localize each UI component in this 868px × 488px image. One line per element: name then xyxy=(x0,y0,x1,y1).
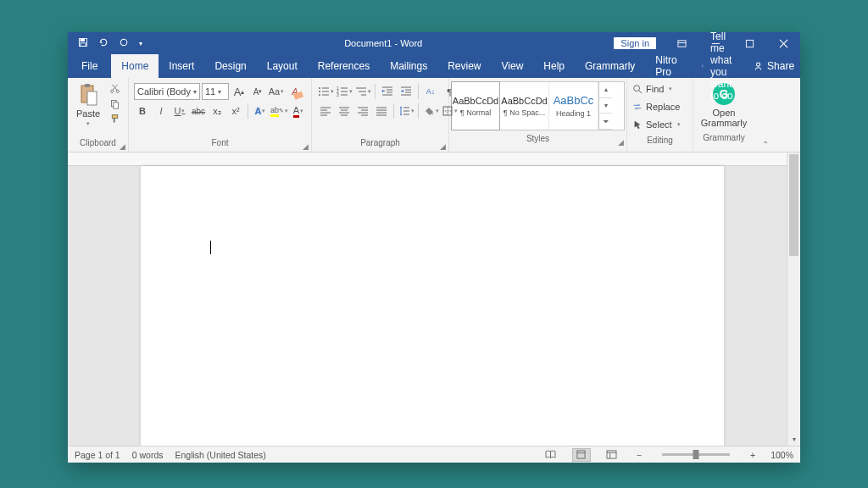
tab-review[interactable]: Review xyxy=(437,54,491,78)
vertical-scrollbar[interactable]: ▴ ▾ xyxy=(787,152,800,446)
style-nospacing[interactable]: AaBbCcDd ¶ No Spac... xyxy=(500,82,549,130)
styles-more-button[interactable]: ▴▾⏷ xyxy=(598,82,612,130)
svg-text:3: 3 xyxy=(337,92,339,97)
multilevel-button[interactable]: ▾ xyxy=(354,83,371,100)
bold-button[interactable]: B xyxy=(134,103,151,119)
tab-home[interactable]: Home xyxy=(111,54,159,78)
share-icon xyxy=(753,61,764,72)
styles-launcher-icon[interactable]: ◢ xyxy=(618,138,624,147)
justify-icon xyxy=(376,105,387,117)
signin-button[interactable]: Sign in xyxy=(614,37,656,49)
paste-button[interactable]: Paste ▾ xyxy=(73,81,103,129)
save-icon[interactable] xyxy=(78,37,88,49)
group-paragraph: ▾ 123▾ ▾ A↓ ¶ ▾ xyxy=(312,78,449,152)
paragraph-launcher-icon[interactable]: ◢ xyxy=(440,142,446,151)
tab-mailings[interactable]: Mailings xyxy=(380,54,437,78)
numbering-button[interactable]: 123▾ xyxy=(336,83,353,100)
ribbon-display-icon[interactable] xyxy=(665,32,698,54)
strike-button[interactable]: abc xyxy=(190,103,207,119)
undo-icon[interactable] xyxy=(98,37,108,49)
read-mode-icon xyxy=(545,450,556,459)
tab-grammarly[interactable]: Grammarly xyxy=(575,54,645,78)
eraser-icon xyxy=(292,88,304,100)
grow-font-button[interactable]: A▴ xyxy=(231,83,248,100)
shading-button[interactable]: ▾ xyxy=(422,103,439,119)
zoom-slider-knob[interactable] xyxy=(693,450,699,459)
close-icon[interactable] xyxy=(766,32,800,54)
font-size-combo[interactable]: 11▾ xyxy=(202,83,229,100)
language-indicator[interactable]: English (United States) xyxy=(175,450,265,460)
align-left-button[interactable] xyxy=(317,103,334,119)
find-button[interactable]: Find▾ xyxy=(632,80,687,97)
multilevel-icon xyxy=(355,86,367,97)
increase-indent-button[interactable] xyxy=(398,83,415,100)
zoom-slider[interactable] xyxy=(662,453,730,456)
print-layout-button[interactable] xyxy=(572,448,591,462)
word-count[interactable]: 0 words xyxy=(132,450,164,460)
web-layout-icon xyxy=(606,450,617,459)
superscript-button[interactable]: x² xyxy=(227,103,244,119)
page[interactable]: KuyhAa-me xyxy=(141,166,724,446)
svg-point-22 xyxy=(319,91,320,92)
redo-icon[interactable] xyxy=(119,37,129,49)
page-indicator[interactable]: Page 1 of 1 xyxy=(75,450,120,460)
tell-me-search[interactable]: Tell me what you want to do xyxy=(687,54,741,78)
styles-gallery[interactable]: AaBbCcDd ¶ Normal AaBbCcDd ¶ No Spac... … xyxy=(451,81,625,130)
shrink-font-button[interactable]: A▾ xyxy=(249,83,266,100)
replace-button[interactable]: Replace xyxy=(632,98,687,115)
scissors-icon xyxy=(109,83,120,94)
qat-more-icon[interactable]: ▾ xyxy=(139,40,142,47)
copy-icon xyxy=(109,98,120,109)
horizontal-ruler[interactable] xyxy=(68,152,787,166)
clipboard-launcher-icon[interactable]: ◢ xyxy=(120,142,125,151)
tab-design[interactable]: Design xyxy=(204,54,256,78)
borders-button[interactable]: ▾ xyxy=(441,103,458,119)
search-icon xyxy=(632,84,643,94)
font-name-combo[interactable]: Calibri (Body▾ xyxy=(134,83,200,100)
svg-point-3 xyxy=(120,39,127,46)
bullets-icon xyxy=(318,86,330,97)
web-layout-button[interactable] xyxy=(603,448,621,462)
tab-references[interactable]: References xyxy=(308,54,380,78)
svg-point-65 xyxy=(634,86,640,92)
tab-help[interactable]: Help xyxy=(533,54,575,78)
sort-button[interactable]: A↓ xyxy=(422,83,439,100)
format-painter-button[interactable] xyxy=(107,112,122,125)
show-marks-button[interactable]: ¶ xyxy=(441,83,458,100)
share-button[interactable]: Share xyxy=(741,54,806,78)
align-center-button[interactable] xyxy=(336,103,353,119)
read-mode-button[interactable] xyxy=(542,448,560,462)
italic-button[interactable]: I xyxy=(153,103,170,119)
cut-button[interactable] xyxy=(107,81,122,95)
group-clipboard: Paste ▾ Clipboard◢ xyxy=(68,78,129,152)
select-button[interactable]: Select▾ xyxy=(632,116,687,133)
bullets-button[interactable]: ▾ xyxy=(317,83,334,100)
scrollbar-thumb[interactable] xyxy=(789,154,798,256)
highlight-button[interactable]: ab✎▾ xyxy=(270,103,288,119)
text-effects-button[interactable]: A▾ xyxy=(252,103,269,119)
zoom-level[interactable]: 100% xyxy=(771,450,793,460)
decrease-indent-button[interactable] xyxy=(379,83,396,100)
collapse-ribbon-icon[interactable]: ⌃ xyxy=(754,78,776,152)
style-normal[interactable]: AaBbCcDd ¶ Normal xyxy=(451,81,500,130)
tab-file[interactable]: File xyxy=(68,54,111,78)
line-spacing-button[interactable]: ▾ xyxy=(398,103,415,119)
font-color-button[interactable]: A▾ xyxy=(290,103,307,119)
scroll-down-icon[interactable]: ▾ xyxy=(787,432,800,446)
tab-insert[interactable]: Insert xyxy=(159,54,204,78)
tab-layout[interactable]: Layout xyxy=(257,54,308,78)
justify-button[interactable] xyxy=(373,103,390,119)
copy-button[interactable] xyxy=(107,97,122,110)
style-heading1[interactable]: AaBbCc Heading 1 xyxy=(549,82,598,130)
font-launcher-icon[interactable]: ◢ xyxy=(303,142,309,151)
bucket-icon xyxy=(423,105,435,117)
tab-view[interactable]: View xyxy=(492,54,534,78)
change-case-button[interactable]: Aa▾ xyxy=(268,83,285,100)
align-right-button[interactable] xyxy=(354,103,371,119)
underline-button[interactable]: U▾ xyxy=(171,103,188,119)
clear-format-button[interactable]: A xyxy=(287,83,303,100)
zoom-out-button[interactable]: − xyxy=(633,450,645,460)
zoom-in-button[interactable]: + xyxy=(747,450,759,460)
tab-nitro[interactable]: Nitro Pro xyxy=(645,54,687,78)
subscript-button[interactable]: x₂ xyxy=(209,103,225,119)
